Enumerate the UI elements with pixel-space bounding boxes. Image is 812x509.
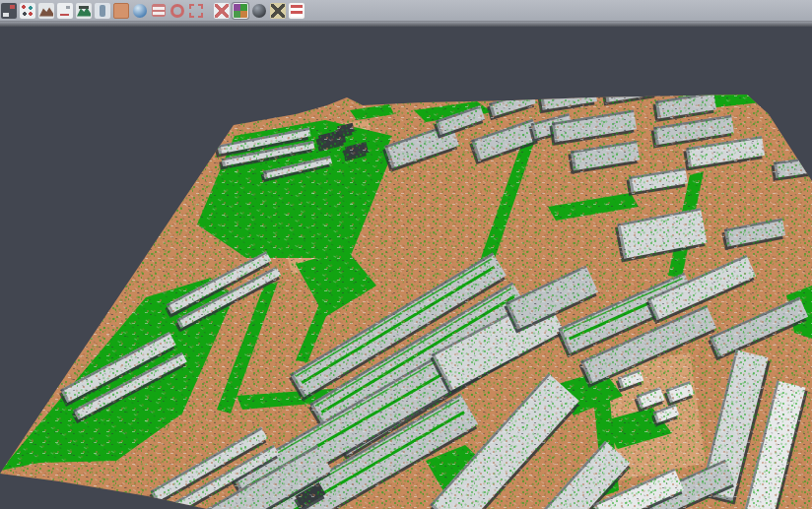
roof-ridge [540, 85, 595, 95]
toolbar-button-snapshot-icon[interactable] [252, 4, 266, 18]
point-cloud-scene[interactable] [0, 27, 812, 509]
toolbar [0, 0, 812, 22]
toolbar-button-save-icon[interactable] [1, 3, 17, 19]
application-window [0, 0, 812, 509]
toolbar-button-remove-rows-icon[interactable] [289, 3, 304, 19]
toolbar-button-column-view-icon[interactable] [95, 3, 110, 19]
toolbar-button-clear-selection-icon[interactable] [214, 3, 230, 19]
pointcloud-speckle [0, 27, 812, 509]
3d-viewport[interactable] [0, 27, 812, 509]
toolbar-button-surface-model-icon[interactable] [76, 3, 92, 19]
toolbar-button-profile-icon[interactable] [57, 3, 73, 19]
toolbar-button-measure-icon[interactable] [270, 3, 286, 19]
roof-ridge [604, 79, 655, 90]
toolbar-button-ground-class-icon[interactable] [113, 3, 129, 19]
toolbar-button-rotate-view-icon[interactable] [170, 4, 184, 18]
toolbar-button-class-colors-icon[interactable] [233, 3, 248, 19]
toolbar-button-globe-view-icon[interactable] [133, 4, 147, 18]
toolbar-button-classify-points-icon[interactable] [20, 3, 35, 19]
toolbar-button-zoom-extents-icon[interactable] [188, 3, 204, 19]
toolbar-button-terrain-model-icon[interactable] [38, 3, 54, 19]
toolbar-button-layer-stack-icon[interactable] [152, 4, 166, 17]
